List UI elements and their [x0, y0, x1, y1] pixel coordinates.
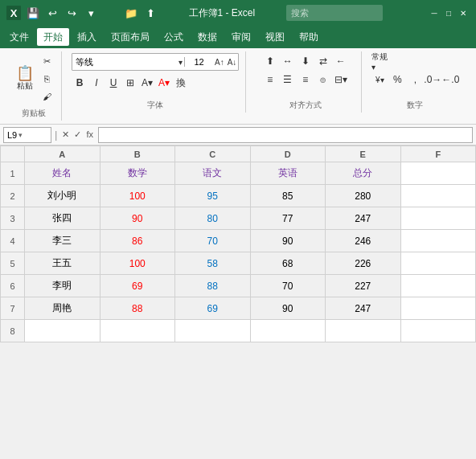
font-dropdown-icon[interactable]: ▾ — [177, 58, 184, 67]
cell-d4[interactable]: 90 — [250, 230, 326, 252]
align-top-button[interactable]: ⬆ — [262, 53, 278, 69]
minimize-button[interactable]: ─ — [428, 6, 441, 19]
confirm-formula-icon[interactable]: ✓ — [72, 128, 83, 141]
cell-d8[interactable] — [250, 320, 326, 342]
cell-c4[interactable]: 70 — [175, 230, 251, 252]
cell-e1[interactable]: 总分 — [326, 162, 401, 185]
align-middle-button[interactable]: ↔ — [280, 53, 296, 69]
search-input[interactable] — [286, 5, 383, 21]
cell-d1[interactable]: 英语 — [250, 162, 326, 185]
menu-page-layout[interactable]: 页面布局 — [105, 28, 156, 46]
font-name-input[interactable] — [72, 57, 177, 67]
cell-f2[interactable] — [400, 185, 476, 207]
name-box-dropdown[interactable]: ▾ — [18, 131, 23, 139]
row-num-4[interactable]: 4 — [1, 230, 25, 252]
col-header-f[interactable]: F — [400, 146, 476, 162]
cell-e6[interactable]: 227 — [326, 275, 401, 297]
align-right-button[interactable]: ≡ — [298, 72, 314, 88]
col-header-a[interactable]: A — [25, 146, 101, 162]
cell-e7[interactable]: 247 — [326, 297, 401, 320]
cell-f1[interactable] — [400, 162, 476, 185]
bold-button[interactable]: B — [72, 75, 88, 91]
decrease-font-button[interactable]: A↓ — [226, 58, 239, 67]
close-button[interactable]: ✕ — [457, 6, 470, 19]
number-format-dropdown[interactable]: 常规 ▾ — [371, 53, 388, 69]
cell-e4[interactable]: 246 — [326, 230, 401, 252]
row-num-7[interactable]: 7 — [1, 297, 25, 320]
cell-a4[interactable]: 李三 — [25, 230, 101, 252]
cell-c2[interactable]: 95 — [175, 185, 251, 207]
format-painter-button[interactable]: 🖌 — [39, 88, 55, 105]
cell-d5[interactable]: 68 — [250, 252, 326, 275]
redo-button[interactable]: ↪ — [64, 6, 79, 20]
cell-c5[interactable]: 58 — [175, 252, 251, 275]
cell-b3[interactable]: 90 — [100, 207, 175, 230]
percent-button[interactable]: % — [389, 72, 405, 88]
row-num-2[interactable]: 2 — [1, 185, 25, 207]
copy-button[interactable]: ⎘ — [39, 71, 55, 87]
customize-button[interactable]: ▾ — [84, 6, 98, 20]
cut-button[interactable]: ✂ — [39, 53, 55, 69]
cell-a5[interactable]: 王五 — [25, 252, 101, 275]
col-header-e[interactable]: E — [326, 146, 401, 162]
cell-e8[interactable] — [326, 320, 401, 342]
underline-button[interactable]: U — [105, 75, 121, 91]
insert-function-icon[interactable]: fx — [84, 128, 95, 141]
cell-b5[interactable]: 100 — [100, 252, 175, 275]
cell-e5[interactable]: 226 — [326, 252, 401, 275]
cell-b8[interactable] — [100, 320, 175, 342]
align-center-button[interactable]: ☰ — [280, 72, 296, 88]
merge-button[interactable]: ⊟▾ — [333, 72, 349, 88]
cell-a8[interactable] — [25, 320, 101, 342]
cell-b4[interactable]: 86 — [100, 230, 175, 252]
formula-input[interactable] — [98, 127, 473, 143]
col-header-d[interactable]: D — [250, 146, 326, 162]
cell-c1[interactable]: 语文 — [175, 162, 251, 185]
menu-formula[interactable]: 公式 — [158, 28, 190, 46]
menu-home[interactable]: 开始 — [37, 28, 69, 46]
cell-b7[interactable]: 88 — [100, 297, 175, 320]
decimal-inc-button[interactable]: .0→ — [425, 72, 441, 88]
cell-f3[interactable] — [400, 207, 476, 230]
row-num-5[interactable]: 5 — [1, 252, 25, 275]
row-num-3[interactable]: 3 — [1, 207, 25, 230]
cell-e3[interactable]: 247 — [326, 207, 401, 230]
cell-f4[interactable] — [400, 230, 476, 252]
decimal-dec-button[interactable]: ←.0 — [442, 72, 458, 88]
save-button[interactable]: 💾 — [26, 6, 40, 20]
col-header-c[interactable]: C — [175, 146, 251, 162]
cell-d2[interactable]: 85 — [250, 185, 326, 207]
share-icon[interactable]: ⬆ — [143, 6, 158, 20]
menu-view[interactable]: 视图 — [259, 28, 291, 46]
thousands-button[interactable]: , — [407, 72, 423, 88]
cell-c6[interactable]: 88 — [175, 275, 251, 297]
menu-file[interactable]: 文件 — [3, 28, 35, 46]
text-direction-button[interactable]: ⇄ — [315, 53, 331, 69]
cell-reference-box[interactable]: L9 ▾ — [3, 127, 51, 143]
cell-b6[interactable]: 69 — [100, 275, 175, 297]
increase-font-button[interactable]: A↑ — [213, 58, 226, 67]
cell-b2[interactable]: 100 — [100, 185, 175, 207]
row-num-8[interactable]: 8 — [1, 320, 25, 342]
folder-icon[interactable]: 📁 — [124, 6, 138, 20]
row-num-6[interactable]: 6 — [1, 275, 25, 297]
undo-button[interactable]: ↩ — [45, 6, 60, 20]
cell-a6[interactable]: 李明 — [25, 275, 101, 297]
font-size-input[interactable] — [184, 57, 213, 67]
cell-d3[interactable]: 77 — [250, 207, 326, 230]
menu-insert[interactable]: 插入 — [71, 28, 103, 46]
cell-b1[interactable]: 数学 — [100, 162, 175, 185]
cell-f6[interactable] — [400, 275, 476, 297]
cell-d6[interactable]: 70 — [250, 275, 326, 297]
cell-f5[interactable] — [400, 252, 476, 275]
indent-dec-button[interactable]: ← — [333, 53, 349, 69]
row-num-1[interactable]: 1 — [1, 162, 25, 185]
cell-a3[interactable]: 张四 — [25, 207, 101, 230]
cell-c8[interactable] — [175, 320, 251, 342]
menu-review[interactable]: 审阅 — [225, 28, 257, 46]
border-button[interactable]: ⊞ — [122, 75, 138, 91]
menu-data[interactable]: 数据 — [191, 28, 224, 46]
font-selector[interactable]: ▾ A↑ A↓ — [72, 53, 239, 71]
cell-a7[interactable]: 周艳 — [25, 297, 101, 320]
cell-c7[interactable]: 69 — [175, 297, 251, 320]
